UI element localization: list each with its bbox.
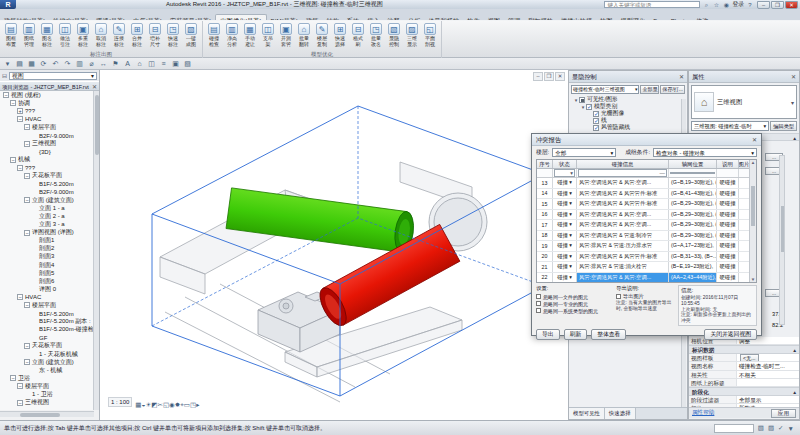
display-tree-item[interactable]: ▾模型类别 bbox=[569, 103, 687, 110]
ribbon-button[interactable]: ▤图框 布置 bbox=[2, 22, 20, 50]
ribbon-button[interactable]: ▨三维 显示 bbox=[403, 22, 421, 50]
close-return-view-button[interactable]: 关闭并返回视图 bbox=[704, 329, 757, 340]
sign-in-button[interactable]: 登录 bbox=[732, 0, 744, 9]
clash-row[interactable]: 14碰撞 ▾风管:空调送风管 & 风管管件:标准(G~B,41~43附近), (… bbox=[537, 189, 756, 200]
ribbon-button[interactable]: ✎楼层 复制 bbox=[313, 22, 331, 50]
restore-button[interactable]: ❐ bbox=[771, 1, 784, 9]
browser-tree-item[interactable]: −楼层平面 bbox=[0, 123, 94, 131]
browser-tree-item[interactable]: 详图 0 bbox=[0, 285, 94, 293]
print-icon[interactable]: ▥ bbox=[75, 59, 84, 69]
save-open-button[interactable]: 保存/打... bbox=[660, 85, 685, 94]
grid-location-cell[interactable]: (G~A,17~23附近), bbox=[669, 241, 717, 251]
status-cell[interactable]: 碰撞 ▾ bbox=[553, 273, 577, 283]
visibility-checkbox[interactable] bbox=[593, 111, 599, 117]
tree-expander[interactable]: − bbox=[24, 302, 30, 308]
edit-type-button[interactable]: 编辑类型 bbox=[770, 121, 797, 131]
clash-info-cell[interactable]: 风管:空调送风管 & 风管:空调... bbox=[577, 273, 669, 283]
editable-only-icon[interactable]: ✓ bbox=[778, 424, 783, 432]
help-search-input[interactable] bbox=[604, 1, 700, 8]
more-icon[interactable]: ▸ bbox=[196, 401, 199, 408]
switch-windows-icon[interactable]: ▣ bbox=[171, 59, 180, 69]
filter-cell[interactable]: ▾ bbox=[553, 169, 577, 177]
view-scale[interactable]: 1 : 100 bbox=[108, 397, 132, 407]
filter-icon[interactable]: ▼ bbox=[788, 425, 794, 432]
clash-info-cell[interactable]: 风管:空调送风管 & 风管管件:标准 bbox=[577, 252, 669, 262]
dialog-button[interactable]: 整体查看 bbox=[591, 329, 626, 340]
status-cell[interactable]: 碰撞 ▾ bbox=[553, 189, 577, 199]
browser-view-filter[interactable]: 视图▾ bbox=[9, 72, 97, 80]
group-by-select[interactable]: 检查对象 - 碰撞对象▾ bbox=[653, 148, 757, 157]
browser-tree-item[interactable]: −协调 bbox=[0, 99, 94, 107]
clash-row[interactable]: 19碰撞 ▾风管:排风管 & 管道:压力排水管(G~A,17~23附近),硬碰撞 bbox=[537, 241, 756, 252]
ribbon-button[interactable]: ⊟格式 刷 bbox=[349, 22, 367, 50]
tree-expander[interactable]: − bbox=[17, 165, 23, 171]
ribbon-button[interactable]: ✎连接 标注 bbox=[110, 22, 128, 50]
grid-filter-box[interactable] bbox=[670, 172, 715, 174]
browser-tree-item[interactable]: −三维视图 bbox=[0, 399, 94, 407]
type-selector[interactable]: ⌂ 三维视图 ▾ bbox=[691, 85, 797, 119]
close-icon[interactable]: ✕ bbox=[791, 71, 796, 82]
user-interface-icon[interactable]: ▧ bbox=[183, 59, 192, 69]
browser-tree-item[interactable]: +??? bbox=[0, 107, 94, 115]
status-cell[interactable]: 碰撞 ▾ bbox=[553, 252, 577, 262]
tree-expander[interactable]: − bbox=[17, 294, 23, 300]
display-panel-tab[interactable]: 快速选择 bbox=[605, 408, 636, 419]
clash-info-cell[interactable]: 风管:空调送风管 & 风管:空调... bbox=[577, 178, 669, 188]
export-image-checkbox[interactable]: 导出图片 bbox=[616, 293, 674, 300]
note-cell[interactable]: 硬碰撞 bbox=[717, 210, 739, 220]
clash-row[interactable]: 21碰撞 ▾风管:排风管 & 管道:消火栓管(B~E,19~23附近),硬碰撞 bbox=[537, 262, 756, 273]
display-panel-tab[interactable]: 模型可见性 bbox=[569, 408, 605, 419]
search-icon[interactable]: ⌕ bbox=[702, 1, 710, 9]
grid-location-cell[interactable]: (G~B,29~30附近), (G~... bbox=[669, 220, 717, 230]
gray-model-geometry[interactable] bbox=[160, 162, 472, 402]
ribbon-button[interactable]: ◫支吊 架 bbox=[259, 22, 277, 50]
ribbon-button[interactable]: ◫做法 引注 bbox=[56, 22, 74, 50]
ribbon-button[interactable]: ⊞合并 标注 bbox=[128, 22, 146, 50]
design-options-icon[interactable]: ▨ bbox=[768, 424, 774, 432]
column-header[interactable]: 状态 bbox=[553, 160, 577, 168]
properties-vscrollbar[interactable] bbox=[779, 155, 785, 325]
window-close-icon[interactable]: ✕ bbox=[555, 72, 565, 81]
filter-cell[interactable] bbox=[717, 169, 739, 177]
undo-icon[interactable]: ↶ bbox=[51, 59, 60, 69]
properties-group-header[interactable]: 标识数据▴ bbox=[689, 345, 799, 353]
measure-icon[interactable]: ⌀ bbox=[87, 59, 96, 69]
tree-expander[interactable]: + bbox=[17, 108, 23, 114]
property-value[interactable]: 全部显示 bbox=[737, 396, 799, 403]
browser-tree-item[interactable]: −机械 bbox=[0, 156, 94, 164]
browser-tree-item[interactable]: 东 - 机械 bbox=[0, 366, 94, 374]
window-restore-icon[interactable]: ❐ bbox=[544, 72, 554, 81]
property-value[interactable]: 碰撞检查-临时三... bbox=[737, 362, 799, 369]
note-cell[interactable]: 硬碰撞 bbox=[717, 220, 739, 230]
display-view-selector[interactable]: 碰撞检查-临时三维视图▾ bbox=[571, 85, 639, 94]
close-button[interactable]: ✕ bbox=[785, 1, 798, 9]
display-tree-item[interactable]: 光栅图像 bbox=[569, 110, 687, 117]
column-header[interactable]: 序号 bbox=[537, 160, 553, 168]
display-tree-item[interactable]: ▾可见性/图形 bbox=[569, 96, 687, 103]
default-3d-view-icon[interactable]: ⌂ bbox=[135, 59, 144, 69]
tree-expander[interactable]: − bbox=[24, 173, 30, 179]
browser-hscrollbar[interactable] bbox=[0, 411, 94, 417]
browser-tree-item[interactable]: −楼层平面 bbox=[0, 301, 94, 309]
browser-tree-item[interactable]: B1F/-5.200m-碰撞检 bbox=[0, 326, 94, 334]
workset-box[interactable] bbox=[714, 424, 754, 433]
visibility-checkbox[interactable] bbox=[593, 125, 599, 131]
note-cell[interactable]: 硬碰撞 bbox=[717, 273, 739, 283]
sync-icon[interactable]: ⟳ bbox=[39, 59, 48, 69]
properties-group-header[interactable]: 阶段化▴ bbox=[689, 387, 799, 395]
clash-row[interactable]: 17碰撞 ▾风管:空调送风管 & 风管:空调...(G~B,29~30附近), … bbox=[537, 220, 756, 231]
tree-expander[interactable]: − bbox=[24, 359, 30, 365]
note-cell[interactable]: 硬碰撞 bbox=[717, 252, 739, 262]
exchange-apps-icon[interactable]: ☆ bbox=[712, 1, 720, 9]
column-header[interactable]: 轴网位置 bbox=[669, 160, 717, 168]
tree-expander[interactable]: − bbox=[24, 124, 30, 130]
tree-expander[interactable]: − bbox=[24, 197, 30, 203]
ribbon-button[interactable]: ▥净高 分析 bbox=[223, 22, 241, 50]
clash-row[interactable]: 20碰撞 ▾风管:空调送风管 & 风管管件:标准(G~B,31~33), (B~… bbox=[537, 252, 756, 263]
ribbon-button[interactable]: ▣开洞 套管 bbox=[277, 22, 295, 50]
close-icon[interactable]: ✕ bbox=[92, 82, 97, 90]
browser-tree-item[interactable]: {3D} bbox=[0, 148, 94, 156]
ribbon-button[interactable]: ⊟增补 尺寸 bbox=[146, 22, 164, 50]
clash-row[interactable]: 15碰撞 ▾风管:空调送风管 & 风管管件:标准(G~B,29~30附近), (… bbox=[537, 199, 756, 210]
filter-cell[interactable] bbox=[669, 169, 717, 177]
